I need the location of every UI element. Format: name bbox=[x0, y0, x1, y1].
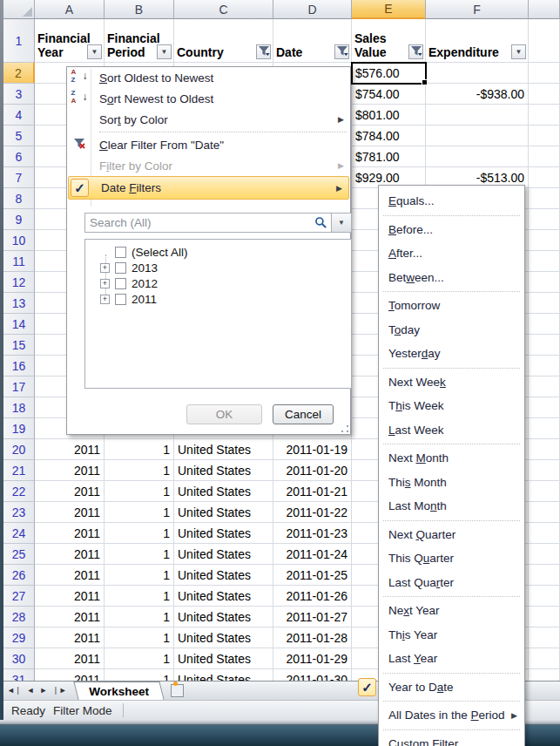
cell-F5[interactable] bbox=[426, 125, 529, 146]
cell-G10[interactable] bbox=[529, 230, 560, 251]
cell-D25[interactable]: 2011-01-24 bbox=[273, 544, 352, 565]
cell-C20[interactable]: United States bbox=[174, 439, 273, 460]
row-header-6[interactable]: 6 bbox=[3, 146, 35, 167]
expand-plus-icon[interactable]: + bbox=[100, 279, 110, 288]
cell-A23[interactable]: 2011 bbox=[35, 502, 105, 523]
cell-A29[interactable]: 2011 bbox=[35, 627, 105, 648]
cell-F3[interactable]: -$938.00 bbox=[426, 84, 529, 105]
cell-G11[interactable] bbox=[529, 251, 560, 272]
submenu-item-last-quarter[interactable]: Last Quarter bbox=[379, 571, 524, 595]
cell-G16[interactable] bbox=[529, 356, 560, 376]
cell-B29[interactable]: 1 bbox=[105, 627, 174, 648]
cell-C24[interactable]: United States bbox=[174, 523, 273, 544]
cell-F4[interactable] bbox=[426, 105, 529, 125]
row-header-1[interactable]: 1 bbox=[3, 19, 35, 63]
submenu-item-year-to-date[interactable]: ✓Year to Date bbox=[379, 675, 524, 700]
submenu-item-tomorrow[interactable]: Tomorrow bbox=[379, 294, 524, 318]
filter-button-E[interactable] bbox=[408, 44, 423, 59]
cell-G14[interactable] bbox=[529, 314, 560, 335]
cell-B31[interactable]: 1 bbox=[105, 669, 174, 681]
cell-G5[interactable] bbox=[529, 125, 560, 146]
sheet-tab-worksheet[interactable]: Worksheet bbox=[73, 682, 164, 700]
row-header-5[interactable]: 5 bbox=[3, 125, 35, 146]
field-header-C[interactable]: Country bbox=[174, 19, 273, 63]
cell-F2[interactable] bbox=[426, 63, 529, 84]
submenu-item-next-quarter[interactable]: Next Quarter bbox=[379, 523, 524, 547]
submenu-item-yesterday[interactable]: Yesterday bbox=[379, 342, 524, 366]
checkbox-select-all[interactable] bbox=[115, 247, 126, 258]
row-header-17[interactable]: 17 bbox=[3, 376, 35, 397]
row-header-3[interactable]: 3 bbox=[3, 84, 35, 105]
cell-G20[interactable] bbox=[529, 439, 560, 460]
cell-C30[interactable]: United States bbox=[174, 648, 273, 669]
cell-A24[interactable]: 2011 bbox=[35, 523, 105, 544]
cell-G15[interactable] bbox=[529, 335, 560, 356]
cell-B25[interactable]: 1 bbox=[105, 544, 174, 565]
cell-G4[interactable] bbox=[529, 105, 560, 125]
cell-B22[interactable]: 1 bbox=[105, 481, 174, 502]
cell-E4[interactable]: $801.00 bbox=[352, 105, 426, 125]
cell-D28[interactable]: 2011-01-27 bbox=[273, 607, 352, 627]
cell-D23[interactable]: 2011-01-22 bbox=[273, 502, 352, 523]
cell-F6[interactable] bbox=[426, 146, 529, 167]
cell-B23[interactable]: 1 bbox=[105, 502, 174, 523]
checkbox-2012[interactable] bbox=[115, 278, 126, 289]
menu-item-sort-by-color[interactable]: Sort by Color▶ bbox=[67, 109, 350, 130]
column-header-g[interactable] bbox=[529, 0, 560, 19]
field-header-D[interactable]: Date bbox=[273, 19, 352, 63]
cell-E6[interactable]: $781.00 bbox=[352, 146, 426, 167]
cell-G27[interactable] bbox=[529, 586, 560, 607]
next-sheet-button[interactable]: ► bbox=[39, 687, 47, 695]
cell-G6[interactable] bbox=[529, 146, 560, 167]
cell-A22[interactable]: 2011 bbox=[35, 481, 105, 502]
cell-C22[interactable]: United States bbox=[174, 481, 273, 502]
filter-button-B[interactable]: ▼ bbox=[157, 44, 172, 59]
cell-E5[interactable]: $784.00 bbox=[352, 125, 426, 146]
cell-B24[interactable]: 1 bbox=[105, 523, 174, 544]
row-header-4[interactable]: 4 bbox=[3, 105, 35, 125]
cell-G9[interactable] bbox=[529, 209, 560, 230]
cell-A25[interactable]: 2011 bbox=[35, 544, 105, 565]
row-header-31[interactable]: 31 bbox=[3, 669, 35, 681]
last-sheet-button[interactable]: ❘► bbox=[52, 687, 66, 695]
filter-button-D[interactable] bbox=[334, 44, 349, 59]
submenu-item-after[interactable]: After... bbox=[379, 241, 524, 266]
cell-D20[interactable]: 2011-01-19 bbox=[273, 439, 352, 460]
row-header-25[interactable]: 25 bbox=[3, 544, 35, 565]
submenu-item-next-month[interactable]: Next Month bbox=[379, 446, 524, 471]
tree-item-2012[interactable]: +2012 bbox=[85, 275, 351, 291]
row-header-10[interactable]: 10 bbox=[3, 230, 35, 251]
cell-G2[interactable] bbox=[529, 63, 560, 84]
menu-item-sort-newest-to-oldest[interactable]: ZA↓Sort Newest to Oldest bbox=[67, 88, 350, 109]
resize-grip[interactable] bbox=[341, 424, 349, 433]
row-header-20[interactable]: 20 bbox=[3, 439, 35, 460]
cell-A27[interactable]: 2011 bbox=[35, 586, 105, 607]
active-cell-border[interactable] bbox=[351, 62, 427, 85]
row-header-26[interactable]: 26 bbox=[3, 565, 35, 586]
cell-G23[interactable] bbox=[529, 502, 560, 523]
cell-A21[interactable]: 2011 bbox=[35, 460, 105, 481]
row-header-9[interactable]: 9 bbox=[3, 209, 35, 230]
submenu-item-today[interactable]: Today bbox=[379, 318, 524, 342]
cell-C25[interactable]: United States bbox=[174, 544, 273, 565]
ok-button[interactable]: OK bbox=[186, 404, 262, 424]
submenu-item-this-quarter[interactable]: This Quarter bbox=[379, 546, 524, 571]
cell-A31[interactable]: 2011 bbox=[35, 669, 105, 681]
cell-G28[interactable] bbox=[529, 607, 560, 627]
field-header-G[interactable] bbox=[529, 19, 560, 63]
cell-G19[interactable] bbox=[529, 418, 560, 439]
first-sheet-button[interactable]: ◄❘ bbox=[7, 687, 21, 695]
cell-D27[interactable]: 2011-01-26 bbox=[273, 586, 352, 607]
submenu-item-before[interactable]: Before... bbox=[379, 218, 524, 242]
menu-item-sort-oldest-to-newest[interactable]: AZ↓Sort Oldest to Newest bbox=[67, 67, 350, 88]
column-header-D[interactable]: D bbox=[273, 0, 352, 19]
cell-C27[interactable]: United States bbox=[174, 586, 273, 607]
submenu-item-all-dates-in-the-period[interactable]: All Dates in the Period▶ bbox=[379, 703, 524, 728]
tree-item-select-all[interactable]: (Select All) bbox=[85, 244, 351, 260]
menu-item-clear-filter-from-date[interactable]: Clear Filter From "Date" bbox=[67, 134, 350, 155]
cell-B30[interactable]: 1 bbox=[105, 648, 174, 669]
submenu-item-this-year[interactable]: This Year bbox=[379, 623, 524, 648]
cell-G29[interactable] bbox=[529, 627, 560, 648]
submenu-item-between[interactable]: Between... bbox=[379, 266, 524, 290]
expand-plus-icon[interactable]: + bbox=[100, 263, 110, 273]
